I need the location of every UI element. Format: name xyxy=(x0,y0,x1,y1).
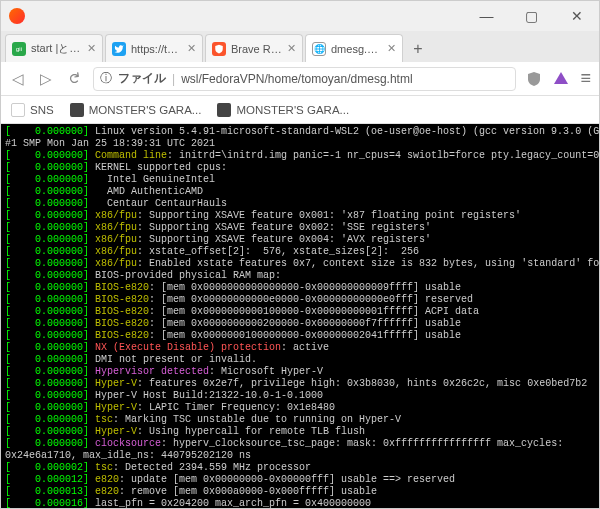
log-line: [ 0.000000] KERNEL supported cpus: xyxy=(5,162,595,174)
log-line: [ 0.000013] e820: remove [mem 0x000a0000… xyxy=(5,486,595,498)
folder-icon xyxy=(70,103,84,117)
log-line: [ 0.000000] BIOS-e820: [mem 0x0000000100… xyxy=(5,330,595,342)
tab-label: Brave Rewards xyxy=(231,43,282,55)
tab-close-button[interactable]: ✕ xyxy=(287,42,296,55)
tab-favicon xyxy=(212,42,226,56)
window-close-button[interactable]: ✕ xyxy=(554,1,599,31)
log-line: [ 0.000000] Hypervisor detected: Microso… xyxy=(5,366,595,378)
main-menu-button[interactable]: ≡ xyxy=(580,68,591,89)
browser-window: — ▢ ✕ giistart |とちゃん・と✕https://twitter.✕… xyxy=(0,0,600,509)
log-line: [ 0.000016] last_pfn = 0x204200 max_arch… xyxy=(5,498,595,508)
log-line: [ 0.000000] Hyper-V: features 0x2e7f, pr… xyxy=(5,378,595,390)
log-line: [ 0.000000] x86/fpu: xstate_offset[2]: 5… xyxy=(5,246,595,258)
new-tab-button[interactable]: + xyxy=(405,36,431,62)
tab-close-button[interactable]: ✕ xyxy=(187,42,196,55)
brave-app-icon xyxy=(9,8,25,24)
log-line: [ 0.000000] Hyper-V: Using hypercall for… xyxy=(5,426,595,438)
url-scheme-label: ファイル xyxy=(118,70,166,87)
log-line: [ 0.000002] tsc: Detected 2394.559 MHz p… xyxy=(5,462,595,474)
tab-0[interactable]: giistart |とちゃん・と✕ xyxy=(5,34,103,62)
tab-favicon: 🌐 xyxy=(312,42,326,56)
tab-close-button[interactable]: ✕ xyxy=(387,42,396,55)
log-line: [ 0.000000] x86/fpu: Supporting XSAVE fe… xyxy=(5,210,595,222)
log-line: [ 0.000000] tsc: Marking TSC unstable du… xyxy=(5,414,595,426)
bookmarks-bar: SNSMONSTER'S GARA...MONSTER'S GARA... xyxy=(1,96,599,124)
log-line: [ 0.000000] BIOS-provided physical RAM m… xyxy=(5,270,595,282)
log-line: [ 0.000000] x86/fpu: Supporting XSAVE fe… xyxy=(5,222,595,234)
log-line: [ 0.000000] BIOS-e820: [mem 0x0000000000… xyxy=(5,294,595,306)
bookmark-label: SNS xyxy=(30,104,54,116)
tab-3[interactable]: 🌐dmesg.html✕ xyxy=(305,34,403,62)
url-path: wsl/FedoraVPN/home/tomoyan/dmesg.html xyxy=(181,72,412,86)
brave-shields-icon[interactable] xyxy=(526,71,542,87)
tab-favicon: gii xyxy=(12,42,26,56)
log-line: 0x24e6a1710, max_idle_ns: 440795202120 n… xyxy=(5,450,595,462)
back-button[interactable]: ◁ xyxy=(9,70,27,88)
log-line: [ 0.000000] Hyper-V: LAPIC Timer Frequen… xyxy=(5,402,595,414)
log-line: [ 0.000000] Intel GenuineIntel xyxy=(5,174,595,186)
folder-icon xyxy=(217,103,231,117)
bookmark-item-0[interactable]: SNS xyxy=(11,103,54,117)
tab-1[interactable]: https://twitter.✕ xyxy=(105,34,203,62)
site-info-icon[interactable]: ⓘ xyxy=(100,70,112,87)
window-maximize-button[interactable]: ▢ xyxy=(509,1,554,31)
window-titlebar[interactable]: — ▢ ✕ xyxy=(1,1,599,31)
address-bar[interactable]: ⓘ ファイル | wsl/FedoraVPN/home/tomoyan/dmes… xyxy=(93,67,516,91)
log-line: #1 SMP Mon Jan 25 18:39:31 UTC 2021 xyxy=(5,138,595,150)
log-line: [ 0.000000] x86/fpu: Enabled xstate feat… xyxy=(5,258,595,270)
log-line: [ 0.000000] x86/fpu: Supporting XSAVE fe… xyxy=(5,234,595,246)
reload-button[interactable]: ↻ xyxy=(64,68,85,89)
forward-button[interactable]: ▷ xyxy=(37,70,55,88)
bookmark-label: MONSTER'S GARA... xyxy=(236,104,349,116)
log-line: [ 0.000000] Linux version 5.4.91-microso… xyxy=(5,126,595,138)
window-minimize-button[interactable]: — xyxy=(464,1,509,31)
tab-2[interactable]: Brave Rewards✕ xyxy=(205,34,303,62)
tab-label: start |とちゃん・と xyxy=(31,41,82,56)
log-line: [ 0.000000] DMI not present or invalid. xyxy=(5,354,595,366)
bookmark-item-1[interactable]: MONSTER'S GARA... xyxy=(70,103,202,117)
log-line: [ 0.000000] AMD AuthenticAMD xyxy=(5,186,595,198)
tab-favicon xyxy=(112,42,126,56)
tab-label: dmesg.html xyxy=(331,43,382,55)
url-separator: | xyxy=(172,72,175,86)
tab-strip: giistart |とちゃん・と✕https://twitter.✕Brave … xyxy=(1,31,599,62)
tab-close-button[interactable]: ✕ xyxy=(87,42,96,55)
log-line: [ 0.000000] Command line: initrd=\initrd… xyxy=(5,150,595,162)
log-line: [ 0.000012] e820: update [mem 0x00000000… xyxy=(5,474,595,486)
log-line: [ 0.000000] BIOS-e820: [mem 0x0000000000… xyxy=(5,306,595,318)
brave-rewards-icon[interactable] xyxy=(554,72,568,86)
page-content-terminal[interactable]: [ 0.000000] Linux version 5.4.91-microso… xyxy=(1,124,599,508)
bookmark-item-2[interactable]: MONSTER'S GARA... xyxy=(217,103,349,117)
folder-icon xyxy=(11,103,25,117)
bookmark-label: MONSTER'S GARA... xyxy=(89,104,202,116)
navigation-toolbar: ◁ ▷ ↻ ⓘ ファイル | wsl/FedoraVPN/home/tomoya… xyxy=(1,62,599,96)
log-line: [ 0.000000] Centaur CentaurHauls xyxy=(5,198,595,210)
tab-label: https://twitter. xyxy=(131,43,182,55)
log-line: [ 0.000000] BIOS-e820: [mem 0x0000000000… xyxy=(5,318,595,330)
log-line: [ 0.000000] NX (Execute Disable) protect… xyxy=(5,342,595,354)
log-line: [ 0.000000] BIOS-e820: [mem 0x0000000000… xyxy=(5,282,595,294)
log-line: [ 0.000000] Hyper-V Host Build:21322-10.… xyxy=(5,390,595,402)
log-line: [ 0.000000] clocksource: hyperv_clocksou… xyxy=(5,438,595,450)
